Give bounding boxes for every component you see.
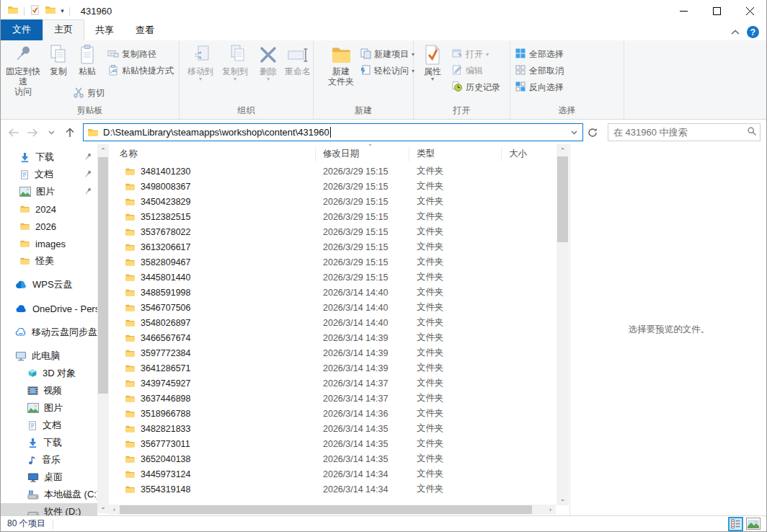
scrollbar-thumb[interactable] xyxy=(98,157,108,394)
address-dropdown-chevron-icon[interactable] xyxy=(567,124,581,141)
tab-home[interactable]: 主页 xyxy=(43,19,84,40)
minimize-button[interactable] xyxy=(667,0,700,22)
column-header-date[interactable]: ⌄ 修改日期 xyxy=(316,147,409,161)
search-input[interactable] xyxy=(613,127,747,138)
sidebar-item[interactable]: 下载 xyxy=(1,148,97,166)
edit-button[interactable]: 编辑 xyxy=(451,64,483,78)
file-row[interactable]: 36412865712026/3/14 14:39文件夹 xyxy=(109,360,556,376)
file-row[interactable]: 34828218332026/3/14 14:35文件夹 xyxy=(109,421,556,436)
invert-selection-button[interactable]: 反向选择 xyxy=(515,81,564,94)
sidebar-item[interactable]: 2026 xyxy=(1,218,97,235)
file-row[interactable]: 35977723842026/3/14 14:39文件夹 xyxy=(109,345,556,360)
column-header-name[interactable]: 名称 xyxy=(109,147,316,161)
move-to-button[interactable]: 移动到 ▾ xyxy=(184,43,217,82)
sidebar-item[interactable]: 图片 xyxy=(1,399,97,417)
file-row[interactable]: 35376780222026/3/29 15:15文件夹 xyxy=(109,224,556,239)
scroll-left-icon[interactable]: ‹ xyxy=(109,506,120,513)
sidebar-item[interactable]: 本地磁盘 (C:) xyxy=(1,486,97,503)
sidebar-item[interactable]: 移动云盘同步盘 xyxy=(1,324,97,341)
address-bar-input[interactable]: D:\SteamLibrary\steamapps\workshop\conte… xyxy=(83,123,583,141)
sidebar-item[interactable]: 桌面 xyxy=(1,469,97,486)
up-icon[interactable] xyxy=(61,124,79,141)
file-row[interactable]: 35828094672026/3/29 15:15文件夹 xyxy=(109,254,556,270)
sidebar-item[interactable]: 软件 (D:) xyxy=(1,503,97,515)
file-row[interactable]: 34458014402026/3/29 15:15文件夹 xyxy=(109,270,556,285)
scrollbar-thumb[interactable] xyxy=(120,505,532,514)
help-icon[interactable]: ? xyxy=(747,26,759,38)
recent-locations-chevron-icon[interactable] xyxy=(43,124,60,141)
sidebar-item[interactable]: 文档 xyxy=(1,166,97,183)
file-row[interactable]: 35189667882026/3/14 14:36文件夹 xyxy=(109,406,556,421)
file-row[interactable]: 36374468982026/3/14 14:37文件夹 xyxy=(109,391,556,406)
refresh-icon[interactable] xyxy=(583,123,602,141)
select-all-button[interactable]: 全部选择 xyxy=(515,48,564,61)
scrollbar-thumb[interactable] xyxy=(557,156,568,242)
sidebar-item[interactable]: WPS云盘 xyxy=(1,276,97,293)
new-folder-button[interactable]: 新建文件夹 xyxy=(322,43,360,87)
file-row[interactable]: 36520401382026/3/14 14:35文件夹 xyxy=(109,451,556,466)
close-button[interactable] xyxy=(733,0,766,22)
sidebar-item[interactable]: 下载 xyxy=(1,434,97,451)
copy-button[interactable]: 复制 xyxy=(45,43,71,76)
qat-properties-icon[interactable] xyxy=(30,4,40,18)
pin-to-quick-access-button[interactable]: 固定到快速访问 xyxy=(2,43,44,97)
file-row[interactable]: 34459731242026/3/14 14:34文件夹 xyxy=(109,466,556,482)
column-header-size[interactable]: 大小 xyxy=(502,147,554,161)
open-button[interactable]: 打开 ▾ xyxy=(451,48,489,61)
scroll-down-icon[interactable]: ⌄ xyxy=(557,493,569,505)
qat-customize-chevron-icon[interactable]: ▾ xyxy=(61,7,64,14)
file-row[interactable]: 35480268972026/3/14 14:40文件夹 xyxy=(109,315,556,330)
sidebar-item[interactable]: 图片 xyxy=(1,183,97,200)
maximize-button[interactable] xyxy=(700,0,733,22)
sidebar-item[interactable]: 3D 对象 xyxy=(1,365,97,382)
sidebar-item[interactable]: 音乐 xyxy=(1,451,97,469)
details-view-button[interactable] xyxy=(728,517,743,531)
scroll-right-icon[interactable]: › xyxy=(545,506,556,513)
cut-button[interactable]: 剪切 xyxy=(73,87,105,100)
sidebar-item[interactable]: 文档 xyxy=(1,417,97,434)
sidebar-scrollbar[interactable]: ⌃ ⌄ xyxy=(97,144,109,513)
file-row[interactable]: 34397459272026/3/14 14:37文件夹 xyxy=(109,376,556,391)
file-row[interactable]: 35543191482026/3/14 14:34文件夹 xyxy=(109,482,556,497)
scroll-down-icon[interactable]: ⌄ xyxy=(97,501,109,513)
tab-share[interactable]: 共享 xyxy=(84,21,125,40)
ribbon-collapse-icon[interactable] xyxy=(731,27,740,37)
paste-button[interactable]: 粘贴 xyxy=(73,43,102,76)
sidebar-item[interactable]: 怪美 xyxy=(1,252,97,270)
sidebar-item[interactable]: OneDrive - Perso xyxy=(1,300,97,317)
file-row[interactable]: 36132066172026/3/29 15:15文件夹 xyxy=(109,239,556,254)
select-none-button[interactable]: 全部取消 xyxy=(515,64,564,78)
file-row[interactable]: 34980083672026/3/29 15:15文件夹 xyxy=(109,179,556,194)
file-row[interactable]: 34885919982026/3/14 14:40文件夹 xyxy=(109,285,556,300)
sidebar-item[interactable]: images xyxy=(1,235,97,252)
sidebar-item[interactable]: 视频 xyxy=(1,382,97,399)
search-icon[interactable] xyxy=(747,126,757,138)
file-row[interactable]: 34665676742026/3/14 14:39文件夹 xyxy=(109,330,556,345)
search-box[interactable] xyxy=(608,123,761,141)
forward-icon[interactable] xyxy=(24,124,41,141)
qat-new-folder-icon[interactable] xyxy=(45,4,56,18)
sidebar-item[interactable]: 2024 xyxy=(1,200,97,218)
file-list-horizontal-scrollbar[interactable]: ‹ › xyxy=(109,505,556,515)
file-row[interactable]: 35677730112026/3/14 14:35文件夹 xyxy=(109,436,556,451)
history-button[interactable]: 历史记录 xyxy=(451,81,500,94)
thumbnail-view-button[interactable] xyxy=(746,518,761,530)
paste-shortcut-button[interactable]: 粘贴快捷方式 xyxy=(107,64,174,78)
sidebar-item[interactable]: 此电脑 xyxy=(1,347,97,365)
scroll-up-icon[interactable]: ⌃ xyxy=(97,145,109,156)
delete-button[interactable]: 删除 ▾ xyxy=(254,43,282,82)
back-icon[interactable] xyxy=(5,124,22,141)
file-row[interactable]: 35467075062026/3/14 14:40文件夹 xyxy=(109,300,556,315)
rename-button[interactable]: 重命名 xyxy=(282,43,314,76)
file-row[interactable]: 34504238292026/3/29 15:15文件夹 xyxy=(109,194,556,209)
file-row[interactable]: 34814012302026/3/29 15:15文件夹 xyxy=(109,164,556,179)
column-header-type[interactable]: 类型 xyxy=(409,147,502,161)
scroll-up-icon[interactable]: ⌃ xyxy=(557,145,569,156)
tab-view[interactable]: 查看 xyxy=(125,21,165,40)
file-row[interactable]: 35123825152026/3/29 15:15文件夹 xyxy=(109,209,556,224)
new-item-button[interactable]: 新建项目 ▾ xyxy=(360,48,414,61)
easy-access-button[interactable]: 轻松访问 ▾ xyxy=(360,64,414,78)
properties-button[interactable]: 属性 ▾ xyxy=(418,43,447,82)
file-list-vertical-scrollbar[interactable]: ⌃ ⌄ xyxy=(557,144,569,505)
copy-path-button[interactable]: 复制路径 xyxy=(107,48,156,61)
